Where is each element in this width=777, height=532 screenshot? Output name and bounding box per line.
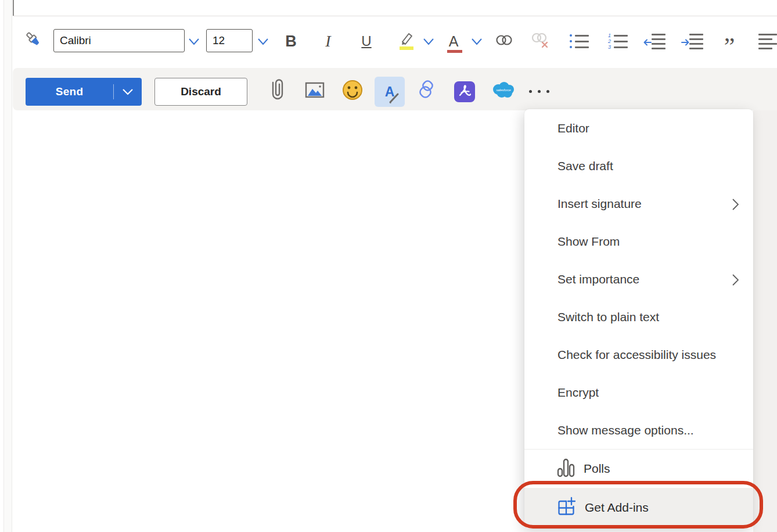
salesforce-button[interactable]: salesforce [490, 80, 517, 103]
adobe-acrobat-icon [457, 83, 472, 100]
image-icon [304, 81, 325, 101]
menu-item-label: Save draft [557, 159, 613, 173]
bulleted-list-button[interactable] [567, 30, 591, 53]
font-size-input[interactable] [206, 29, 253, 52]
italic-icon: I [325, 32, 330, 51]
discard-button[interactable]: Discard [154, 78, 247, 106]
font-color-icon: A [449, 34, 459, 48]
menu-item-label: Editor [557, 121, 589, 135]
menu-item-label: Set importance [557, 272, 639, 286]
indent-icon [681, 33, 703, 49]
unlink-icon [530, 31, 551, 51]
remove-link-button[interactable] [528, 30, 552, 53]
highlight-chevron-down-icon[interactable] [422, 37, 436, 46]
discard-button-label: Discard [181, 85, 221, 98]
bulleted-list-icon [570, 34, 589, 48]
decrease-indent-button[interactable] [643, 30, 666, 53]
format-painter-icon [24, 30, 44, 52]
alignment-button[interactable] [756, 30, 777, 53]
insert-emoji-button[interactable] [341, 80, 364, 103]
font-color-chevron-down-icon[interactable] [470, 37, 484, 46]
add-ins-grid-icon [556, 497, 576, 519]
font-name-input[interactable] [53, 29, 185, 52]
menu-item-label: Check for accessibility issues [557, 348, 716, 362]
bold-button[interactable]: B [279, 30, 303, 53]
emoji-smiley-icon [341, 79, 364, 103]
compose-window: B I U A [0, 0, 777, 532]
format-painter-button[interactable] [22, 30, 45, 53]
action-toolbar: Send Discard [13, 68, 777, 110]
menu-item-show-message-options[interactable]: Show message options... [524, 411, 753, 449]
formatting-toolbar: B I U A [13, 16, 777, 68]
text-predictions-button[interactable]: A [375, 77, 405, 107]
menu-item-check-accessibility[interactable]: Check for accessibility issues [524, 336, 753, 373]
highlight-button[interactable] [395, 30, 418, 53]
loop-icon [416, 79, 438, 103]
menu-item-label: Show message options... [557, 423, 694, 437]
more-options-menu: Editor Save draft Insert signature Show … [524, 109, 753, 529]
link-icon [494, 33, 515, 49]
underline-button[interactable]: U [355, 30, 378, 53]
attach-file-button[interactable] [266, 80, 289, 103]
more-options-icon [529, 90, 549, 93]
menu-item-get-add-ins[interactable]: Get Add-ins [524, 488, 753, 527]
menu-item-polls[interactable]: Polls [524, 450, 753, 488]
menu-item-set-importance[interactable]: Set importance [524, 260, 753, 298]
numbered-list-button[interactable]: 1 2 3 [606, 30, 629, 53]
font-color-button[interactable]: A [442, 30, 465, 53]
align-left-icon [758, 34, 777, 49]
blockquote-button[interactable]: ” [718, 30, 741, 53]
submenu-chevron-right-icon [732, 198, 739, 214]
editor-pen-icon: A [385, 84, 395, 100]
insert-link-button[interactable] [492, 30, 516, 53]
menu-item-label: Show From [557, 235, 620, 249]
salesforce-label: salesforce [496, 88, 510, 92]
menu-item-label: Polls [584, 462, 610, 476]
bold-icon: B [285, 33, 297, 51]
menu-item-show-from[interactable]: Show From [524, 222, 753, 260]
insert-image-button[interactable] [303, 80, 326, 103]
compose-left-edge [13, 0, 14, 16]
salesforce-cloud-icon: salesforce [490, 81, 517, 102]
submenu-chevron-right-icon [732, 274, 739, 289]
menu-item-label: Insert signature [557, 197, 642, 211]
menu-item-label: Get Add-ins [585, 501, 649, 515]
menu-item-label: Switch to plain text [557, 310, 659, 324]
send-options-chevron-down-icon[interactable] [114, 88, 142, 96]
outdent-icon [643, 33, 666, 49]
app-background-strip [753, 110, 777, 532]
more-options-button[interactable] [527, 80, 551, 103]
quote-icon: ” [724, 33, 735, 49]
menu-item-label: Encrypt [557, 386, 599, 400]
menu-item-switch-to-plain-text[interactable]: Switch to plain text [524, 298, 753, 336]
increase-indent-button[interactable] [681, 30, 704, 53]
menu-item-editor[interactable]: Editor [524, 109, 753, 147]
left-gutter [3, 0, 12, 532]
menu-item-insert-signature[interactable]: Insert signature [524, 185, 753, 222]
send-button[interactable]: Send [26, 78, 142, 106]
adobe-acrobat-button[interactable] [454, 81, 475, 102]
menu-item-encrypt[interactable]: Encrypt [524, 373, 753, 411]
paperclip-icon [270, 78, 285, 105]
font-name-chevron-down-icon[interactable] [187, 37, 201, 46]
highlighter-icon [397, 30, 416, 53]
italic-button[interactable]: I [316, 30, 340, 53]
poll-bars-icon [556, 457, 575, 481]
font-size-chevron-down-icon[interactable] [256, 37, 270, 46]
underline-icon: U [361, 33, 371, 49]
send-button-label: Send [26, 85, 113, 98]
numbered-list-icon: 1 2 3 [607, 34, 628, 48]
menu-item-save-draft[interactable]: Save draft [524, 147, 753, 185]
loop-components-button[interactable] [415, 80, 438, 103]
